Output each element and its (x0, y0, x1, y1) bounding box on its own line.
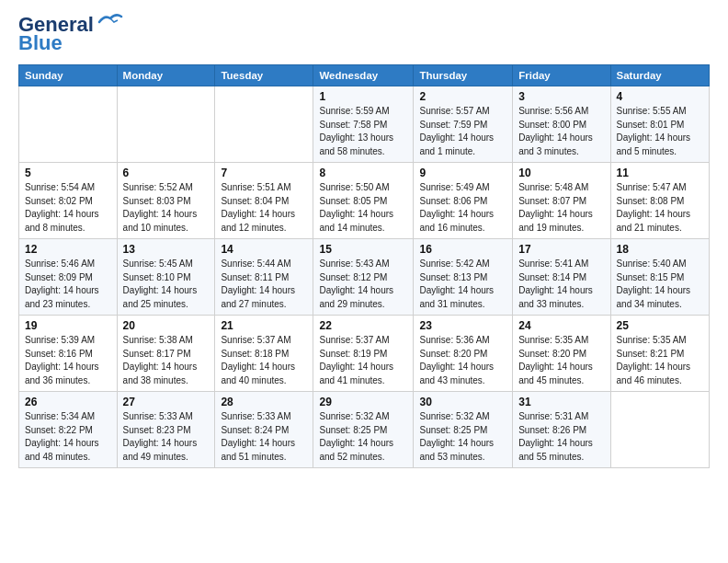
cell-content: Sunrise: 5:34 AMSunset: 8:22 PMDaylight:… (25, 410, 111, 464)
cell-content: Sunrise: 5:44 AMSunset: 8:11 PMDaylight:… (221, 258, 307, 311)
calendar-header-row: SundayMondayTuesdayWednesdayThursdayFrid… (19, 65, 710, 86)
calendar-cell: 17 Sunrise: 5:41 AMSunset: 8:14 PMDaylig… (513, 239, 610, 316)
cell-content: Sunrise: 5:52 AMSunset: 8:03 PMDaylight:… (123, 181, 210, 235)
day-number: 3 (518, 90, 604, 103)
calendar-cell: 8 Sunrise: 5:50 AMSunset: 8:05 PMDayligh… (313, 163, 414, 239)
calendar-week-row: 5 Sunrise: 5:54 AMSunset: 8:02 PMDayligh… (19, 163, 710, 239)
calendar-cell: 10 Sunrise: 5:48 AMSunset: 8:07 PMDaylig… (513, 163, 610, 239)
calendar-cell: 31 Sunrise: 5:31 AMSunset: 8:26 PMDaylig… (513, 392, 610, 468)
day-number: 23 (419, 319, 506, 332)
day-number: 8 (319, 167, 407, 179)
calendar-week-row: 1 Sunrise: 5:59 AMSunset: 7:58 PMDayligh… (19, 86, 710, 163)
day-number: 22 (319, 319, 407, 332)
cell-content: Sunrise: 5:51 AMSunset: 8:04 PMDaylight:… (221, 181, 307, 235)
cell-content: Sunrise: 5:46 AMSunset: 8:09 PMDaylight:… (25, 258, 111, 311)
calendar-cell: 27 Sunrise: 5:33 AMSunset: 8:23 PMDaylig… (117, 392, 215, 468)
logo: General Blue (18, 15, 123, 55)
day-number: 27 (123, 396, 210, 408)
cell-content: Sunrise: 5:37 AMSunset: 8:18 PMDaylight:… (221, 334, 307, 387)
calendar-cell: 2 Sunrise: 5:57 AMSunset: 7:59 PMDayligh… (414, 86, 513, 163)
day-number: 29 (319, 396, 407, 408)
cell-content: Sunrise: 5:36 AMSunset: 8:20 PMDaylight:… (419, 334, 506, 387)
day-number: 6 (123, 167, 210, 179)
cell-content: Sunrise: 5:50 AMSunset: 8:05 PMDaylight:… (319, 181, 407, 235)
calendar-cell: 16 Sunrise: 5:42 AMSunset: 8:13 PMDaylig… (414, 239, 513, 316)
day-number: 30 (419, 396, 506, 408)
day-number: 25 (617, 319, 703, 332)
calendar-cell (215, 86, 313, 163)
calendar-cell: 14 Sunrise: 5:44 AMSunset: 8:11 PMDaylig… (215, 239, 313, 316)
cell-content: Sunrise: 5:38 AMSunset: 8:17 PMDaylight:… (123, 334, 210, 387)
day-number: 14 (221, 243, 307, 256)
cell-content: Sunrise: 5:41 AMSunset: 8:14 PMDaylight:… (518, 258, 604, 311)
calendar-cell: 28 Sunrise: 5:33 AMSunset: 8:24 PMDaylig… (215, 392, 313, 468)
calendar-cell: 29 Sunrise: 5:32 AMSunset: 8:25 PMDaylig… (313, 392, 414, 468)
calendar-cell (117, 86, 215, 163)
calendar-cell: 22 Sunrise: 5:37 AMSunset: 8:19 PMDaylig… (313, 316, 414, 392)
calendar-week-row: 12 Sunrise: 5:46 AMSunset: 8:09 PMDaylig… (19, 239, 710, 316)
day-header-saturday: Saturday (610, 65, 709, 86)
page: General Blue SundayMondayTuesdayWednesda… (0, 0, 728, 477)
cell-content: Sunrise: 5:57 AMSunset: 7:59 PMDaylight:… (419, 105, 506, 158)
day-number: 19 (25, 319, 111, 332)
calendar-cell: 26 Sunrise: 5:34 AMSunset: 8:22 PMDaylig… (19, 392, 118, 468)
calendar-week-row: 26 Sunrise: 5:34 AMSunset: 8:22 PMDaylig… (19, 392, 710, 468)
calendar-cell (19, 86, 118, 163)
day-number: 18 (617, 243, 703, 256)
header: General Blue (18, 15, 710, 55)
calendar-cell: 3 Sunrise: 5:56 AMSunset: 8:00 PMDayligh… (513, 86, 610, 163)
day-number: 24 (518, 319, 604, 332)
calendar-cell: 1 Sunrise: 5:59 AMSunset: 7:58 PMDayligh… (313, 86, 414, 163)
day-header-thursday: Thursday (414, 65, 513, 86)
day-number: 11 (617, 167, 703, 179)
day-header-tuesday: Tuesday (215, 65, 313, 86)
cell-content: Sunrise: 5:39 AMSunset: 8:16 PMDaylight:… (25, 334, 111, 387)
logo-bird-icon (97, 13, 123, 29)
day-number: 10 (518, 167, 604, 179)
day-number: 15 (319, 243, 407, 256)
calendar-cell: 19 Sunrise: 5:39 AMSunset: 8:16 PMDaylig… (19, 316, 118, 392)
day-number: 28 (221, 396, 307, 408)
day-header-monday: Monday (117, 65, 215, 86)
cell-content: Sunrise: 5:49 AMSunset: 8:06 PMDaylight:… (419, 181, 506, 235)
day-number: 16 (419, 243, 506, 256)
calendar-cell: 20 Sunrise: 5:38 AMSunset: 8:17 PMDaylig… (117, 316, 215, 392)
cell-content: Sunrise: 5:55 AMSunset: 8:01 PMDaylight:… (617, 105, 703, 158)
calendar-cell: 23 Sunrise: 5:36 AMSunset: 8:20 PMDaylig… (414, 316, 513, 392)
cell-content: Sunrise: 5:32 AMSunset: 8:25 PMDaylight:… (419, 410, 506, 464)
calendar-cell: 4 Sunrise: 5:55 AMSunset: 8:01 PMDayligh… (610, 86, 709, 163)
cell-content: Sunrise: 5:47 AMSunset: 8:08 PMDaylight:… (617, 181, 703, 235)
cell-content: Sunrise: 5:43 AMSunset: 8:12 PMDaylight:… (319, 258, 407, 311)
calendar-cell: 18 Sunrise: 5:40 AMSunset: 8:15 PMDaylig… (610, 239, 709, 316)
cell-content: Sunrise: 5:42 AMSunset: 8:13 PMDaylight:… (419, 258, 506, 311)
day-number: 13 (123, 243, 210, 256)
calendar-cell (610, 392, 709, 468)
day-number: 20 (123, 319, 210, 332)
calendar-cell: 11 Sunrise: 5:47 AMSunset: 8:08 PMDaylig… (610, 163, 709, 239)
cell-content: Sunrise: 5:31 AMSunset: 8:26 PMDaylight:… (518, 410, 604, 464)
cell-content: Sunrise: 5:33 AMSunset: 8:24 PMDaylight:… (221, 410, 307, 464)
day-number: 1 (319, 90, 407, 103)
cell-content: Sunrise: 5:59 AMSunset: 7:58 PMDaylight:… (319, 105, 407, 158)
day-number: 12 (25, 243, 111, 256)
calendar-cell: 21 Sunrise: 5:37 AMSunset: 8:18 PMDaylig… (215, 316, 313, 392)
calendar-cell: 7 Sunrise: 5:51 AMSunset: 8:04 PMDayligh… (215, 163, 313, 239)
cell-content: Sunrise: 5:45 AMSunset: 8:10 PMDaylight:… (123, 258, 210, 311)
calendar-cell: 15 Sunrise: 5:43 AMSunset: 8:12 PMDaylig… (313, 239, 414, 316)
calendar-table: SundayMondayTuesdayWednesdayThursdayFrid… (18, 64, 710, 468)
day-header-sunday: Sunday (19, 65, 118, 86)
calendar-cell: 12 Sunrise: 5:46 AMSunset: 8:09 PMDaylig… (19, 239, 118, 316)
cell-content: Sunrise: 5:32 AMSunset: 8:25 PMDaylight:… (319, 410, 407, 464)
day-number: 17 (518, 243, 604, 256)
logo-blue: Blue (18, 31, 63, 55)
day-number: 7 (221, 167, 307, 179)
calendar-cell: 24 Sunrise: 5:35 AMSunset: 8:20 PMDaylig… (513, 316, 610, 392)
calendar-cell: 25 Sunrise: 5:35 AMSunset: 8:21 PMDaylig… (610, 316, 709, 392)
cell-content: Sunrise: 5:40 AMSunset: 8:15 PMDaylight:… (617, 258, 703, 311)
day-number: 9 (419, 167, 506, 179)
day-number: 5 (25, 167, 111, 179)
cell-content: Sunrise: 5:54 AMSunset: 8:02 PMDaylight:… (25, 181, 111, 235)
day-number: 26 (25, 396, 111, 408)
day-number: 21 (221, 319, 307, 332)
cell-content: Sunrise: 5:48 AMSunset: 8:07 PMDaylight:… (518, 181, 604, 235)
